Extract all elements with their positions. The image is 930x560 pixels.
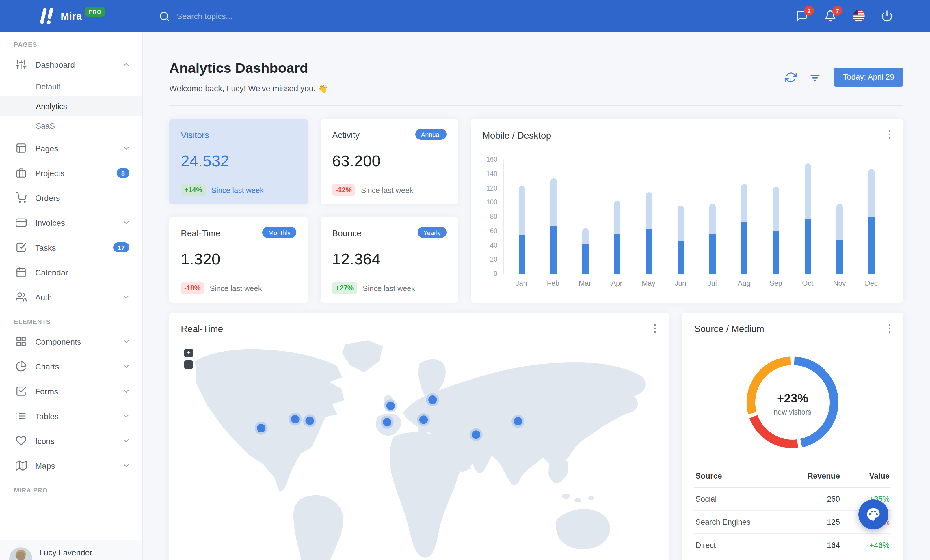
map-zoom-in-button[interactable]: + (184, 349, 193, 357)
bar-mar[interactable] (582, 160, 589, 274)
sidebar-item-forms[interactable]: Forms (0, 379, 142, 404)
stat-footer: -12%Since last week (332, 184, 447, 196)
sidebar-item-label: Icons (35, 436, 122, 445)
bar-chart: 020406080100120140160 (482, 160, 892, 274)
sidebar: PAGESDashboardDefaultAnalyticsSaaSPagesP… (0, 32, 143, 560)
x-tick-label: Jun (677, 279, 684, 288)
sidebar-item-components[interactable]: Components (0, 329, 142, 354)
map-marker[interactable] (383, 418, 391, 427)
bar-jan[interactable] (519, 160, 525, 274)
map-marker[interactable] (419, 416, 428, 424)
filter-icon[interactable] (810, 71, 821, 83)
stat-period-badge[interactable]: Monthly (263, 227, 296, 238)
y-tick-label: 40 (490, 242, 497, 249)
sidebar-item-auth[interactable]: Auth (0, 285, 142, 310)
chevron-down-icon (122, 461, 131, 470)
more-vertical-icon[interactable] (649, 323, 661, 334)
table-header: Source Revenue Value (694, 465, 891, 488)
stats-grid: Visitors24.532+14%Since last weekActivit… (169, 119, 904, 302)
sidebar-item-tables[interactable]: Tables (0, 404, 142, 428)
bar-segment-desktop (519, 186, 525, 235)
theme-settings-button[interactable] (858, 499, 888, 529)
row-revenue: 260 (790, 495, 840, 503)
sidebar-item-icons[interactable]: Icons (0, 428, 142, 453)
donut-chart[interactable]: +23% new visitors (742, 351, 843, 456)
refresh-icon[interactable] (785, 71, 797, 83)
row-revenue: 125 (790, 518, 840, 526)
pie-chart-icon (15, 361, 26, 372)
stat-card-header: ActivityAnnual (332, 130, 447, 140)
sidebar-item-tasks[interactable]: Tasks17 (0, 235, 142, 260)
bar-nov[interactable] (836, 160, 843, 274)
language-button[interactable] (853, 10, 865, 23)
sidebar-subitem-analytics[interactable]: Analytics (0, 97, 142, 116)
stat-period-badge[interactable]: Annual (415, 129, 447, 140)
card-title: Real-Time (181, 324, 657, 334)
search-input[interactable] (177, 12, 316, 21)
sidebar-item-label: Orders (35, 193, 131, 203)
bar-may[interactable] (646, 160, 652, 274)
brand[interactable]: Mira PRO (0, 8, 143, 25)
sidebar-subitem-saas[interactable]: SaaS (0, 116, 142, 136)
list-icon (15, 410, 26, 422)
bar-apr[interactable] (614, 160, 621, 274)
stat-card-header: BounceYearly (332, 228, 447, 238)
map-marker[interactable] (472, 430, 480, 439)
map-marker[interactable] (428, 396, 437, 404)
stat-note: Since last week (361, 186, 413, 194)
bar-segment-mobile (805, 219, 811, 274)
map-marker[interactable] (305, 417, 314, 425)
map-marker[interactable] (257, 424, 265, 433)
x-tick-label: Feb (550, 279, 556, 288)
date-button[interactable]: Today: April 29 (834, 68, 904, 87)
sidebar-item-orders[interactable]: Orders (0, 185, 142, 210)
col-revenue: Revenue (790, 472, 840, 480)
bar-aug[interactable] (741, 160, 747, 274)
map-marker[interactable] (386, 402, 395, 410)
sidebar-item-calendar[interactable]: Calendar (0, 260, 142, 285)
users-icon (15, 292, 26, 302)
x-tick-label: May (645, 279, 652, 288)
sidebar-item-projects[interactable]: Projects8 (0, 161, 142, 185)
bar-feb[interactable] (551, 160, 557, 274)
more-vertical-icon[interactable] (884, 129, 895, 140)
us-flag-icon (853, 10, 865, 22)
sidebar-item-invoices[interactable]: Invoices (0, 210, 142, 235)
bar-segment-desktop (805, 164, 811, 219)
row-revenue: 164 (790, 541, 840, 549)
sidebar-item-pages[interactable]: Pages (0, 136, 142, 161)
sidebar-item-dashboard[interactable]: Dashboard (0, 52, 142, 77)
world-map[interactable] (169, 338, 669, 560)
sidebar-item-maps[interactable]: Maps (0, 453, 142, 478)
stat-card-real-time: Real-TimeMonthly1.320-18%Since last week (169, 217, 308, 302)
bar-oct[interactable] (805, 160, 811, 274)
bar-sep[interactable] (773, 160, 779, 274)
sidebar-subitem-default[interactable]: Default (0, 77, 142, 97)
map-marker[interactable] (514, 417, 522, 425)
row-value: +46% (840, 541, 890, 549)
messages-button[interactable]: 3 (796, 10, 809, 23)
navbar-search (159, 11, 796, 21)
logout-button[interactable] (881, 10, 894, 23)
x-tick-text: Feb (547, 279, 559, 287)
bar-dec[interactable] (868, 160, 875, 274)
map-zoom-out-button[interactable]: - (184, 360, 193, 369)
sidebar-user[interactable]: Lucy Lavender UX Designer (0, 540, 142, 560)
sidebar-item-charts[interactable]: Charts (0, 354, 142, 379)
table-row-direct[interactable]: Direct164+46% (694, 534, 891, 557)
more-vertical-icon[interactable] (884, 323, 895, 334)
bar-jul[interactable] (709, 160, 716, 274)
sidebar-item-badge: 8 (117, 168, 129, 178)
y-tick-label: 100 (487, 199, 497, 206)
bar-segment-mobile (773, 231, 779, 274)
map-marker[interactable] (291, 415, 299, 423)
x-tick-text: Oct (802, 279, 813, 287)
bar-jun[interactable] (677, 160, 684, 274)
chevron-down-icon (122, 362, 131, 371)
chevron-down-icon (122, 218, 131, 227)
bar-segment-desktop (614, 201, 621, 235)
y-tick-label: 60 (490, 227, 497, 235)
notifications-button[interactable]: 7 (824, 10, 837, 23)
donut-center-sublabel: new visitors (774, 408, 811, 416)
stat-period-badge[interactable]: Yearly (418, 227, 447, 238)
